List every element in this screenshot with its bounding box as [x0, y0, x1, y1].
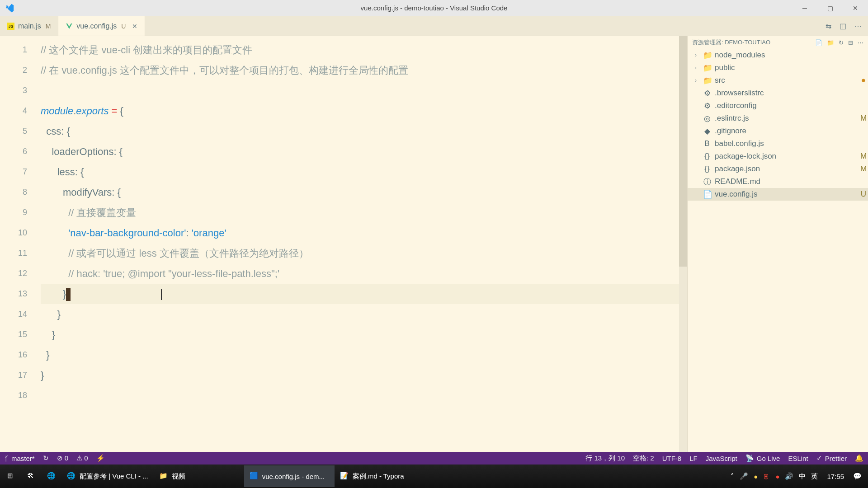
code-line[interactable]: }: [41, 284, 679, 304]
bolt[interactable]: ⚡: [96, 454, 105, 462]
tab-bar: JS main.js M vue.config.js U ✕ ⇆ ◫ ⋯: [0, 16, 868, 36]
file-vue-config-js[interactable]: 📄vue.config.jsU: [688, 188, 868, 201]
system-tray[interactable]: ˄ 🎤 ● ⛨ ● 🔊 中 英 17:55 💬: [726, 472, 866, 481]
file--editorconfig[interactable]: ⚙.editorconfig: [688, 99, 868, 112]
line-number: 18: [0, 385, 41, 406]
maximize-button[interactable]: ▢: [817, 0, 843, 16]
code-line[interactable]: loaderOptions: {: [41, 141, 679, 162]
refresh-icon[interactable]: ↻: [839, 39, 844, 46]
taskbar-item[interactable]: 📝案例.md - Typora: [335, 465, 425, 487]
tab-vue-config-js[interactable]: vue.config.js U ✕: [58, 16, 145, 36]
file-icon: {}: [703, 164, 711, 174]
line-number: 14: [0, 304, 41, 324]
eol[interactable]: LF: [689, 455, 698, 462]
code-line[interactable]: 'nav-bar-background-color': 'orange': [41, 223, 679, 243]
cursor-position[interactable]: 行 13，列 10: [585, 454, 625, 463]
code-line[interactable]: // 在 vue.config.js 这个配置文件中，可以对整个项目的打包、构建…: [41, 60, 679, 80]
taskbar-item[interactable]: 🟦vue.config.js - dem...: [244, 465, 335, 487]
compare-icon[interactable]: ⇆: [826, 22, 831, 30]
file-label: package.json: [715, 164, 855, 174]
ime2[interactable]: 英: [811, 472, 818, 481]
tray-icon[interactable]: 🔊: [785, 472, 793, 480]
file-label: .browserslistrc: [715, 89, 855, 98]
taskbar-item[interactable]: 🌐配置参考 | Vue CLI - ...: [61, 465, 154, 487]
indent[interactable]: 空格: 2: [633, 454, 654, 463]
new-file-icon[interactable]: 📄: [815, 39, 822, 46]
sync-button[interactable]: ↻: [43, 454, 49, 462]
code-line[interactable]: // 直接覆盖变量: [41, 202, 679, 223]
code-line[interactable]: css: {: [41, 121, 679, 141]
split-editor-icon[interactable]: ◫: [840, 22, 846, 30]
warnings[interactable]: ⚠ 0: [76, 454, 88, 462]
clock[interactable]: 17:55: [823, 473, 848, 480]
file-package-lock-json[interactable]: {}package-lock.jsonM: [688, 150, 868, 163]
file-README-md[interactable]: ⓘREADME.md: [688, 175, 868, 188]
taskbar-item[interactable]: 📁视频: [154, 465, 244, 487]
notifications-icon[interactable]: [855, 454, 863, 462]
prettier[interactable]: ✓ Prettier: [816, 454, 847, 462]
folder-node_modules[interactable]: ›📁node_modules: [688, 49, 868, 61]
code-line[interactable]: less: {: [41, 162, 679, 182]
chevron-icon: ›: [695, 77, 699, 84]
file-label: src: [715, 76, 855, 85]
code-line[interactable]: module.exports = {: [41, 101, 679, 121]
close-tab-icon[interactable]: ✕: [132, 23, 137, 30]
more-icon[interactable]: ⋯: [858, 39, 863, 46]
encoding[interactable]: UTF-8: [662, 455, 682, 462]
taskbar-item[interactable]: ⊞: [2, 465, 22, 487]
folder-public[interactable]: ›📁public: [688, 61, 868, 74]
chrome-icon: 🌐: [67, 472, 76, 481]
win-icon: ⊞: [7, 472, 16, 481]
editor[interactable]: 123456789101112131415161718 // 这个文件是 vue…: [0, 36, 687, 452]
file--gitignore[interactable]: ◆.gitignore: [688, 125, 868, 137]
git-branch[interactable]: ᚶ master*: [5, 455, 35, 462]
code-line[interactable]: [41, 80, 679, 101]
ime1[interactable]: 中: [799, 472, 806, 481]
tray-icon[interactable]: ⛨: [763, 473, 770, 480]
language-mode[interactable]: JavaScript: [706, 455, 737, 462]
new-folder-icon[interactable]: 📁: [827, 39, 834, 46]
minimize-button[interactable]: ─: [792, 0, 817, 16]
code-line[interactable]: }: [41, 345, 679, 365]
line-number: 7: [0, 162, 41, 182]
line-number: 8: [0, 182, 41, 202]
collapse-icon[interactable]: ⊟: [848, 39, 853, 46]
more-icon[interactable]: ⋯: [854, 22, 862, 30]
code-line[interactable]: modifyVars: {: [41, 182, 679, 202]
close-button[interactable]: ✕: [843, 0, 868, 16]
tray-icon[interactable]: ●: [754, 473, 758, 480]
errors[interactable]: ⊘ 0: [57, 454, 69, 462]
action-center-icon[interactable]: 💬: [853, 472, 862, 480]
code-line[interactable]: // 这个文件是 vue-cli 创建出来的项目的配置文件: [41, 40, 679, 60]
tab-badge: U: [121, 23, 126, 30]
minimap-thumb[interactable]: [679, 36, 687, 267]
tray-chevron-icon[interactable]: ˄: [731, 472, 734, 480]
line-number: 13: [0, 284, 41, 304]
code-line[interactable]: }: [41, 304, 679, 324]
file-babel-config-js[interactable]: Bbabel.config.js: [688, 137, 868, 150]
code-line[interactable]: // 或者可以通过 less 文件覆盖（文件路径为绝对路径）: [41, 243, 679, 263]
file-label: .editorconfig: [715, 101, 855, 110]
file--eslintrc-js[interactable]: ◎.eslintrc.jsM: [688, 112, 868, 125]
code-line[interactable]: }: [41, 324, 679, 345]
file--browserslistrc[interactable]: ⚙.browserslistrc: [688, 87, 868, 99]
code-line[interactable]: // hack: 'true; @import "your-less-file-…: [41, 263, 679, 284]
folder-src[interactable]: ›📁src●: [688, 74, 868, 87]
tab-main-js[interactable]: JS main.js M: [0, 16, 58, 36]
code-area[interactable]: // 这个文件是 vue-cli 创建出来的项目的配置文件// 在 vue.co…: [41, 36, 679, 452]
code-line[interactable]: }: [41, 365, 679, 385]
git-status: ●: [859, 76, 868, 85]
taskbar-item[interactable]: 🌐: [42, 465, 61, 487]
git-status: M: [859, 164, 868, 174]
minimap[interactable]: [679, 36, 687, 452]
eslint[interactable]: ESLint: [788, 455, 808, 462]
tray-icon[interactable]: ●: [775, 473, 779, 480]
go-live[interactable]: Go Live: [745, 454, 780, 462]
code-line[interactable]: [41, 385, 679, 406]
tray-icon[interactable]: 🎤: [740, 472, 748, 480]
explorer-sidebar: 资源管理器: DEMO-TOUTIAO 📄 📁 ↻ ⊟ ⋯ ›📁node_mod…: [687, 36, 868, 452]
line-number: 16: [0, 345, 41, 365]
chevron-icon: ›: [695, 52, 699, 58]
file-package-json[interactable]: {}package.jsonM: [688, 163, 868, 175]
taskbar-item[interactable]: 🛠: [22, 465, 42, 487]
